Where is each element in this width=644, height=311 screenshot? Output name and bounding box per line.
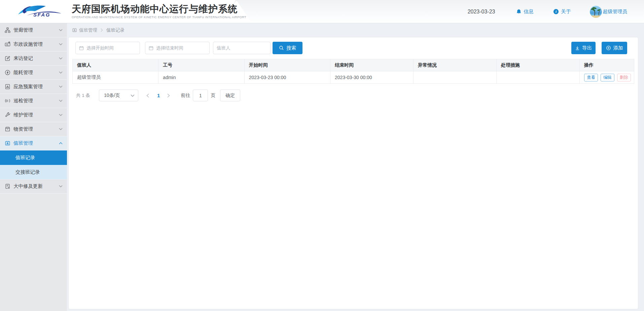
pagination: 共 1 条 10条/页 1 前往 页 确定 xyxy=(76,90,638,101)
view-button[interactable]: 查看 xyxy=(584,74,598,81)
sidebar-item-municipal-facilities[interactable]: 市政设施管理 xyxy=(0,37,67,51)
sidebar-item-visit-registration[interactable]: 来访登记 xyxy=(0,51,67,66)
user-menu[interactable]: 超级管理员 xyxy=(590,6,628,18)
username: 超级管理员 xyxy=(603,8,628,15)
header-right: 2023-03-23 信息 i 关于 xyxy=(468,0,627,23)
app-title: 天府国际机场动能中心运行与维护系统 xyxy=(72,4,246,14)
current-page[interactable]: 1 xyxy=(157,93,160,98)
page-size-select[interactable]: 10条/页 xyxy=(99,90,138,101)
duty-record-table: 值班人 工号 开始时间 结束时间 异常情况 处理措施 操作 超级管理员 admi… xyxy=(72,59,634,84)
goto-label: 前往 xyxy=(181,93,190,99)
about-label: 关于 xyxy=(561,8,571,15)
total-count: 共 1 条 xyxy=(76,93,90,99)
goto-page-input[interactable] xyxy=(193,90,208,101)
add-button[interactable]: 添加 xyxy=(602,42,627,54)
duty-person-input[interactable] xyxy=(217,45,267,50)
messages-label: 信息 xyxy=(524,8,534,15)
sidebar-item-label: 来访登记 xyxy=(13,55,33,62)
cell-job-no: admin xyxy=(158,71,244,84)
column-header-actions: 操作 xyxy=(580,59,634,71)
filter-toolbar: 搜索 导出 添加 xyxy=(69,37,638,54)
sidebar-subitem-shift-handover-record[interactable]: 交接班记录 xyxy=(0,165,67,179)
breadcrumb-item-current: 值班记录 xyxy=(106,27,124,33)
start-time-picker[interactable] xyxy=(75,42,140,54)
bell-icon xyxy=(516,9,522,14)
sidebar-item-label: 维护管理 xyxy=(13,112,33,118)
sidebar-item-energy-management[interactable]: 能耗管理 xyxy=(0,66,67,80)
breadcrumb: 值班管理 值班记录 xyxy=(67,23,644,37)
column-header-job-no: 工号 xyxy=(158,59,244,71)
sidebar-item-label: 能耗管理 xyxy=(13,69,33,76)
table-header-row: 值班人 工号 开始时间 结束时间 异常情况 处理措施 操作 xyxy=(73,59,634,71)
energy-icon xyxy=(5,70,10,75)
duty-badge-icon xyxy=(5,140,10,146)
chevron-down-icon xyxy=(59,100,63,102)
cell-measure xyxy=(497,71,580,84)
edit-icon xyxy=(5,56,10,61)
chevron-down-icon xyxy=(59,85,63,88)
sidebar-item-inspection[interactable]: 巡检管理 xyxy=(0,94,67,108)
sidebar-item-label: 物资管理 xyxy=(13,126,33,132)
wrench-icon xyxy=(5,112,10,118)
delete-button[interactable]: 删除 xyxy=(617,74,631,81)
sidebar-item-materials[interactable]: 物资管理 xyxy=(0,122,67,136)
end-time-picker[interactable] xyxy=(145,42,210,54)
sidebar-item-emergency-plan[interactable]: 应急预案管理 xyxy=(0,80,67,94)
end-time-input[interactable] xyxy=(156,45,206,50)
chevron-down-icon xyxy=(59,71,63,74)
column-header-person: 值班人 xyxy=(73,59,158,71)
sidebar-item-duty-management[interactable]: 值班管理 xyxy=(0,136,67,150)
calendar-icon xyxy=(149,46,153,50)
add-button-label: 添加 xyxy=(613,45,623,51)
svg-text:SFAG: SFAG xyxy=(33,12,50,18)
edit-button[interactable]: 编辑 xyxy=(601,74,614,81)
page-unit-label: 页 xyxy=(211,93,215,99)
sidebar: 管廊管理 市政设施管理 来访登记 能耗管理 xyxy=(0,23,67,311)
start-time-input[interactable] xyxy=(86,45,136,50)
sidebar-item-label: 应急预案管理 xyxy=(13,83,43,90)
app-subtitle: OPERATION AND MAINTENANCE SYSTEM OF KINE… xyxy=(72,15,246,19)
table-row: 超级管理员 admin 2023-03-23 00:00 2023-03-30 … xyxy=(73,71,634,84)
sidebar-item-overhaul-renewal[interactable]: 大中修及更新 xyxy=(0,179,67,194)
circle-plus-icon xyxy=(606,45,611,50)
column-header-start: 开始时间 xyxy=(244,59,330,71)
avatar-beach-image xyxy=(590,6,602,18)
duty-person-field[interactable] xyxy=(213,42,271,54)
calendar-icon xyxy=(79,46,84,50)
cell-person: 超级管理员 xyxy=(73,71,158,84)
sidebar-item-label: 巡检管理 xyxy=(13,98,33,104)
sidebar-item-pipe-gallery[interactable]: 管廊管理 xyxy=(0,23,67,37)
app-title-block: 天府国际机场动能中心运行与维护系统 OPERATION AND MAINTENA… xyxy=(72,4,246,19)
next-page-button[interactable] xyxy=(167,94,170,98)
chevron-down-icon xyxy=(59,114,63,116)
cell-actions: 查看 编辑 删除 xyxy=(580,71,634,84)
sidebar-item-maintenance[interactable]: 维护管理 xyxy=(0,108,67,122)
duty-badge-icon xyxy=(72,28,77,33)
search-button-label: 搜索 xyxy=(286,45,296,51)
sidebar-subitem-label: 值班记录 xyxy=(15,154,35,161)
chevron-down-icon xyxy=(59,128,63,130)
network-icon xyxy=(5,27,10,33)
search-icon xyxy=(279,45,284,50)
chevron-down-icon xyxy=(131,94,135,97)
sfag-logo-icon: SFAG xyxy=(15,4,63,19)
sidebar-subitem-label: 交接班记录 xyxy=(15,169,40,175)
chevron-left-icon xyxy=(146,94,149,98)
prev-page-button[interactable] xyxy=(146,94,149,98)
cell-abnormal xyxy=(414,71,497,84)
document-gear-icon xyxy=(5,183,10,189)
cell-end: 2023-03-30 00:00 xyxy=(330,71,414,84)
search-button[interactable]: 搜索 xyxy=(273,42,302,54)
chevron-right-icon xyxy=(101,28,103,32)
messages-link[interactable]: 信息 xyxy=(516,8,534,15)
column-header-measure: 处理措施 xyxy=(497,59,580,71)
column-header-abnormal: 异常情况 xyxy=(414,59,497,71)
sidebar-subitem-duty-record[interactable]: 值班记录 xyxy=(0,150,67,165)
content-card: 搜索 导出 添加 xyxy=(68,37,638,309)
about-link[interactable]: i 关于 xyxy=(553,8,571,15)
export-button-label: 导出 xyxy=(582,45,592,51)
export-button[interactable]: 导出 xyxy=(571,42,596,54)
breadcrumb-item[interactable]: 值班管理 xyxy=(79,27,97,33)
confirm-button[interactable]: 确定 xyxy=(220,90,240,101)
chevron-down-icon xyxy=(59,29,63,31)
